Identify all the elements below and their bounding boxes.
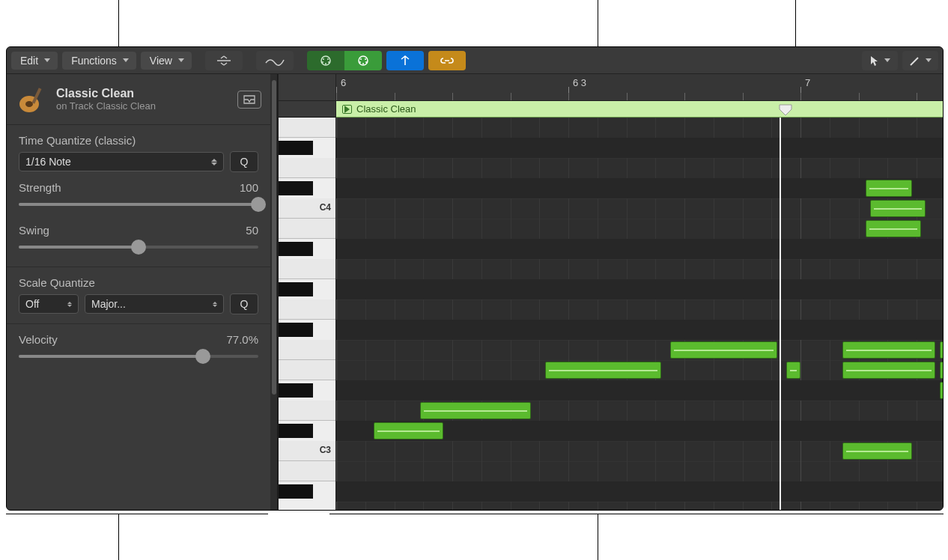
midi-note[interactable] [842, 341, 935, 359]
annotation-line [329, 514, 944, 514]
editor-toolbar: Edit Functions View [7, 47, 943, 74]
region-header[interactable]: Classic Clean [336, 101, 943, 118]
note-grid-column: 66 37 Classic Clean [336, 74, 943, 510]
white-key[interactable] [279, 461, 335, 481]
ruler-subtick [511, 93, 511, 100]
black-key[interactable] [279, 242, 313, 256]
black-key[interactable] [279, 282, 313, 296]
midi-note[interactable] [870, 200, 926, 217]
pencil-tool-select[interactable] [902, 51, 938, 70]
chevron-down-icon [926, 58, 932, 62]
functions-menu[interactable]: Functions [62, 52, 136, 70]
white-key[interactable] [279, 299, 335, 320]
pointer-tool-select[interactable] [862, 51, 898, 70]
scale-quantize-button[interactable]: Q [230, 293, 258, 314]
catch-playhead-button[interactable] [386, 51, 424, 70]
automation-button[interactable] [256, 51, 294, 70]
svg-point-3 [322, 61, 323, 63]
midi-note[interactable] [420, 402, 532, 419]
ruler-subtick [859, 93, 860, 100]
chevron-down-icon [211, 162, 217, 165]
chevron-down-icon [178, 58, 184, 62]
playhead-marker[interactable] [779, 104, 792, 116]
svg-point-11 [362, 63, 364, 64]
ruler-label: 6 [341, 77, 346, 88]
scale-root-select[interactable]: Off [19, 294, 79, 314]
ruler-subtick [684, 93, 685, 100]
white-key[interactable] [279, 219, 335, 239]
white-key[interactable] [279, 360, 335, 380]
inbox-icon [243, 94, 256, 105]
chevron-up-icon [211, 159, 217, 162]
midi-note[interactable] [842, 442, 912, 460]
velocity-label: Velocity [19, 333, 58, 346]
black-key[interactable] [279, 424, 313, 438]
midi-note[interactable] [670, 341, 777, 359]
midi-note[interactable] [940, 362, 943, 379]
time-quantize-select[interactable]: 1/16 Note [19, 152, 224, 171]
velocity-slider[interactable] [19, 347, 258, 365]
instrument-icon [16, 83, 49, 116]
midi-note[interactable] [374, 422, 443, 439]
region-title: Classic Clean [56, 87, 156, 100]
black-key[interactable] [279, 484, 313, 499]
svg-point-1 [323, 58, 324, 60]
note-grid[interactable] [336, 118, 943, 510]
annotation-line [6, 514, 268, 514]
editor-main: Classic Clean on Track Classic Clean Tim… [7, 74, 943, 510]
pencil-icon [909, 55, 921, 67]
svg-point-2 [327, 58, 329, 60]
inbox-button[interactable] [237, 91, 261, 109]
midi-note[interactable] [940, 341, 943, 359]
midi-note[interactable] [545, 362, 661, 379]
edit-menu[interactable]: Edit [11, 52, 58, 70]
view-menu[interactable]: View [141, 52, 192, 70]
ruler-subtick [395, 93, 395, 100]
collapse-button[interactable] [205, 51, 243, 70]
black-key[interactable] [279, 323, 313, 337]
white-key[interactable] [279, 340, 335, 360]
swing-value: 50 [246, 224, 258, 237]
playhead[interactable] [780, 118, 781, 510]
midi-note[interactable] [866, 180, 912, 197]
midi-note[interactable] [940, 382, 943, 399]
svg-point-4 [328, 61, 329, 63]
octave-label: C4 [320, 202, 331, 213]
annotation-line [795, 0, 796, 46]
piano-keyboard[interactable]: C4C3 [279, 118, 335, 510]
strength-slider[interactable] [19, 195, 258, 213]
midi-out-button[interactable] [344, 51, 382, 70]
scale-mode-select[interactable]: Major... [85, 294, 224, 314]
region-name: Classic Clean [356, 103, 416, 115]
white-key[interactable] [279, 401, 335, 421]
scale-q-label: Q [240, 298, 249, 310]
view-menu-label: View [150, 55, 172, 67]
play-region-icon [342, 105, 352, 114]
white-key[interactable] [279, 158, 335, 178]
quantize-button[interactable]: Q [230, 151, 258, 172]
black-key[interactable] [279, 383, 313, 398]
black-key[interactable] [279, 141, 313, 155]
black-key[interactable] [279, 181, 313, 195]
annotation-line [598, 0, 598, 46]
white-key[interactable] [279, 118, 335, 138]
white-key[interactable] [279, 259, 335, 279]
swing-slider[interactable] [19, 238, 258, 256]
midi-note[interactable] [842, 362, 935, 379]
svg-point-10 [365, 61, 367, 63]
inspector-scrollbar[interactable] [270, 74, 278, 510]
midi-note[interactable] [866, 220, 921, 237]
midi-note[interactable] [786, 362, 800, 379]
midi-icon [318, 55, 333, 67]
scale-root-value: Off [25, 298, 39, 310]
ruler-subtick [568, 93, 569, 100]
edit-menu-label: Edit [20, 55, 38, 67]
functions-menu-label: Functions [71, 55, 117, 67]
time-ruler[interactable]: 66 37 [336, 74, 943, 101]
link-button[interactable] [428, 51, 466, 70]
chevron-down-icon [884, 58, 890, 62]
inspector-panel: Classic Clean on Track Classic Clean Tim… [7, 74, 270, 510]
svg-point-9 [359, 61, 361, 63]
midi-in-button[interactable] [307, 51, 344, 70]
annotation-line [118, 514, 119, 560]
